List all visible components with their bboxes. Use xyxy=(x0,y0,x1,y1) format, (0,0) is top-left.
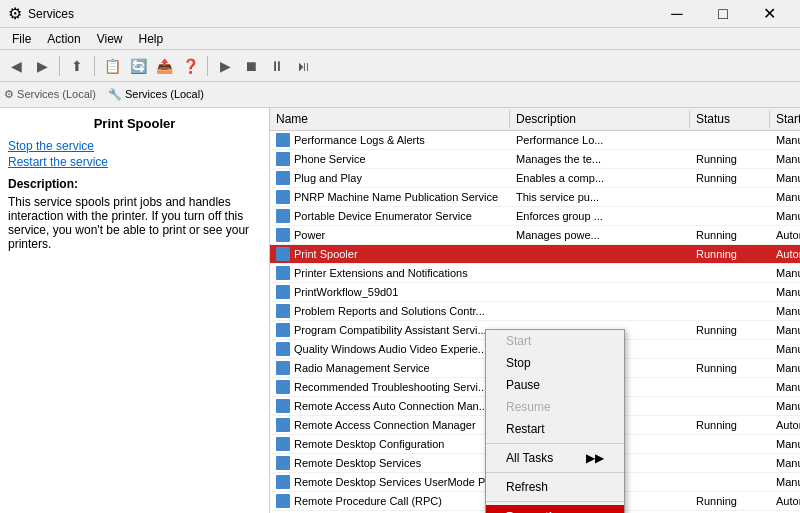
list-header: Name Description Status Startup Type Log… xyxy=(270,108,800,131)
service-icon xyxy=(276,380,290,394)
cell-name: Phone Service xyxy=(270,150,510,169)
menu-help[interactable]: Help xyxy=(131,30,172,48)
cell-desc xyxy=(510,302,690,321)
context-menu-item-stop[interactable]: Stop xyxy=(486,352,624,374)
table-row[interactable]: Problem Reports and Solutions Contr... M… xyxy=(270,302,800,321)
cell-startup: Manual xyxy=(770,264,800,283)
service-icon xyxy=(276,209,290,223)
start-button[interactable]: ▶ xyxy=(213,54,237,78)
cell-status xyxy=(690,264,770,283)
toolbar-sep-3 xyxy=(207,56,208,76)
cell-startup: Manual (Trigg... xyxy=(770,169,800,188)
cell-desc xyxy=(510,283,690,302)
cell-status xyxy=(690,378,770,397)
up-button[interactable]: ⬆ xyxy=(65,54,89,78)
table-row[interactable]: Phone Service Manages the te... Running … xyxy=(270,150,800,169)
service-icon xyxy=(276,342,290,356)
cell-status xyxy=(690,435,770,454)
pause-button[interactable]: ⏸ xyxy=(265,54,289,78)
table-row[interactable]: Print Spooler Running Automatic Local Sy… xyxy=(270,245,800,264)
table-row[interactable]: Power Manages powe... Running Automatic … xyxy=(270,226,800,245)
minimize-button[interactable]: ─ xyxy=(654,0,700,28)
toolbar-sep-2 xyxy=(94,56,95,76)
service-icon xyxy=(276,285,290,299)
cell-startup: Manual xyxy=(770,302,800,321)
service-title: Print Spooler xyxy=(8,116,261,131)
col-status[interactable]: Status xyxy=(690,110,770,128)
description-section: Description: This service spools print j… xyxy=(8,177,261,251)
table-row[interactable]: PrintWorkflow_59d01 Manual Local System xyxy=(270,283,800,302)
address-bar: ⚙ Services (Local) 🔧 Services (Local) xyxy=(0,82,800,108)
service-icon xyxy=(276,437,290,451)
refresh-button[interactable]: 🔄 xyxy=(126,54,150,78)
service-icon xyxy=(276,247,290,261)
cell-startup: Manual xyxy=(770,188,800,207)
context-menu-item-all-tasks[interactable]: All Tasks▶ xyxy=(486,447,624,469)
cell-name: Plug and Play xyxy=(270,169,510,188)
stop-link[interactable]: Stop the service xyxy=(8,139,261,153)
col-startup[interactable]: Startup Type xyxy=(770,110,800,128)
context-menu-item-refresh[interactable]: Refresh xyxy=(486,476,624,498)
cell-startup: Manual (Trigg... xyxy=(770,150,800,169)
cell-status: Running xyxy=(690,359,770,378)
service-icon xyxy=(276,171,290,185)
cell-status xyxy=(690,188,770,207)
resume-button[interactable]: ⏯ xyxy=(291,54,315,78)
cell-startup: Automatic xyxy=(770,245,800,264)
forward-button[interactable]: ▶ xyxy=(30,54,54,78)
restart-link[interactable]: Restart the service xyxy=(8,155,261,169)
menu-view[interactable]: View xyxy=(89,30,131,48)
cell-startup: Automatic xyxy=(770,226,800,245)
service-icon xyxy=(276,152,290,166)
context-menu-item-restart[interactable]: Restart xyxy=(486,418,624,440)
title-bar-title: Services xyxy=(28,7,654,21)
service-icon xyxy=(276,418,290,432)
toolbar: ◀ ▶ ⬆ 📋 🔄 📤 ❓ ▶ ⏹ ⏸ ⏯ xyxy=(0,50,800,82)
cell-status: Running xyxy=(690,321,770,340)
cell-desc: Manages the te... xyxy=(510,150,690,169)
cell-status xyxy=(690,473,770,492)
context-menu-properties[interactable]: Properties xyxy=(486,505,624,513)
service-icon xyxy=(276,323,290,337)
table-row[interactable]: Portable Device Enumerator Service Enfor… xyxy=(270,207,800,226)
context-menu: StartStopPauseResumeRestartAll Tasks▶Ref… xyxy=(485,329,625,513)
export-list-button[interactable]: 📤 xyxy=(152,54,176,78)
context-menu-item-pause[interactable]: Pause xyxy=(486,374,624,396)
service-icon xyxy=(276,304,290,318)
maximize-button[interactable]: □ xyxy=(700,0,746,28)
stop-button[interactable]: ⏹ xyxy=(239,54,263,78)
cell-name: Remote Access Auto Connection Man... xyxy=(270,397,510,416)
cell-status: Running xyxy=(690,245,770,264)
address-right-tab: 🔧 Services (Local) xyxy=(108,88,204,101)
cell-startup: Manual xyxy=(770,321,800,340)
cell-startup: Manual xyxy=(770,131,800,150)
cell-startup: Manual xyxy=(770,340,800,359)
context-menu-separator xyxy=(486,443,624,444)
table-row[interactable]: PNRP Machine Name Publication Service Th… xyxy=(270,188,800,207)
cell-status xyxy=(690,454,770,473)
col-desc[interactable]: Description xyxy=(510,110,690,128)
cell-status xyxy=(690,207,770,226)
cell-startup: Automatic xyxy=(770,416,800,435)
help-button[interactable]: ❓ xyxy=(178,54,202,78)
service-icon xyxy=(276,133,290,147)
cell-startup: Manual xyxy=(770,378,800,397)
cell-name: Printer Extensions and Notifications xyxy=(270,264,510,283)
cell-startup: Manual xyxy=(770,283,800,302)
cell-name: Program Compatibility Assistant Servi... xyxy=(270,321,510,340)
cell-name: PNRP Machine Name Publication Service xyxy=(270,188,510,207)
cell-startup: Automatic xyxy=(770,492,800,511)
cell-name: Remote Procedure Call (RPC) xyxy=(270,492,510,511)
desc-text: This service spools print jobs and handl… xyxy=(8,195,261,251)
show-hide-button[interactable]: 📋 xyxy=(100,54,124,78)
table-row[interactable]: Printer Extensions and Notifications Man… xyxy=(270,264,800,283)
cell-startup: Manual (Trigg... xyxy=(770,207,800,226)
table-row[interactable]: Performance Logs & Alerts Performance Lo… xyxy=(270,131,800,150)
table-row[interactable]: Plug and Play Enables a comp... Running … xyxy=(270,169,800,188)
back-button[interactable]: ◀ xyxy=(4,54,28,78)
col-name[interactable]: Name xyxy=(270,110,510,128)
menu-action[interactable]: Action xyxy=(39,30,88,48)
close-button[interactable]: ✕ xyxy=(746,0,792,28)
service-icon xyxy=(276,475,290,489)
menu-file[interactable]: File xyxy=(4,30,39,48)
